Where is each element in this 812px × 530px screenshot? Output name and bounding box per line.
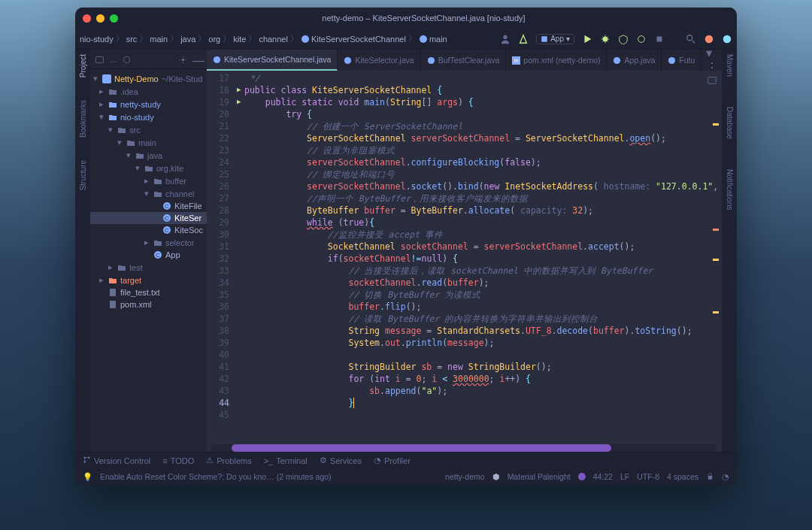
bottom-tab-problems[interactable]: ⚠Problems: [206, 456, 251, 465]
select-opened-file-icon[interactable]: [122, 54, 132, 64]
run-button[interactable]: [582, 34, 592, 44]
status-encoding[interactable]: UTF-8: [637, 472, 659, 481]
navigation-toolbar: nio-study〉src〉main〉java〉org〉kite〉channel…: [75, 29, 737, 50]
svg-point-11: [123, 56, 129, 62]
bookmarks-tool-button[interactable]: Bookmarks: [79, 100, 87, 138]
scrollbar-thumb[interactable]: [232, 444, 611, 452]
status-project[interactable]: netty-demo: [445, 472, 485, 481]
svg-point-29: [614, 56, 620, 63]
bottom-tab-profiler[interactable]: ◔Profiler: [374, 456, 411, 465]
svg-point-8: [705, 35, 714, 43]
project-tool-button[interactable]: Project: [79, 54, 87, 77]
tree-item[interactable]: file_test.txt: [90, 286, 207, 298]
coverage-button[interactable]: [618, 34, 629, 44]
run-config-dropdown[interactable]: App ▾: [536, 34, 574, 44]
accent-dot[interactable]: [578, 473, 586, 480]
database-tool-button[interactable]: Database: [726, 107, 734, 139]
bottom-tab-todo[interactable]: ≡TODO: [162, 456, 194, 465]
tree-item[interactable]: CApp: [90, 249, 207, 261]
ide-settings-icon[interactable]: [722, 34, 732, 44]
tree-item[interactable]: ▾nio-study: [90, 111, 207, 123]
search-icon[interactable]: [686, 34, 696, 44]
status-cursor[interactable]: 44:22: [593, 472, 613, 481]
tree-item[interactable]: pom.xml: [90, 298, 207, 310]
svg-point-33: [83, 461, 86, 463]
editor-tab[interactable]: Futu: [662, 50, 701, 71]
tree-item[interactable]: CKiteSoc: [90, 224, 207, 236]
dots-icon[interactable]: …: [109, 55, 117, 64]
status-theme[interactable]: Material Palenight: [508, 472, 571, 481]
tree-item[interactable]: ▾src: [90, 123, 207, 136]
tree-item[interactable]: ▸netty-study: [90, 98, 207, 111]
reader-mode-icon[interactable]: [707, 75, 717, 86]
minimize-window-button[interactable]: [96, 14, 105, 23]
svg-point-4: [603, 36, 608, 41]
profile-button[interactable]: [636, 34, 647, 44]
editor-tab[interactable]: KiteSelector.java: [338, 50, 420, 71]
code-content[interactable]: */public class KiteServerSocketChannel {…: [235, 71, 722, 444]
close-window-button[interactable]: [83, 14, 91, 23]
horizontal-scrollbar[interactable]: [211, 444, 717, 452]
breadcrumb-item[interactable]: nio-study: [80, 35, 114, 44]
status-tip[interactable]: Enable Auto Reset Color Scheme?: Do you …: [100, 472, 332, 481]
breadcrumb-item[interactable]: org: [208, 35, 220, 44]
tree-item[interactable]: CKiteFile: [90, 200, 207, 212]
memory-indicator-icon[interactable]: ◔: [722, 472, 729, 481]
bottom-tab-version-control[interactable]: Version Control: [83, 456, 150, 465]
lock-icon[interactable]: [706, 472, 714, 482]
user-icon[interactable]: [500, 34, 511, 44]
titlebar: netty-demo – KiteServerSocketChannel.jav…: [75, 8, 737, 29]
tree-root[interactable]: ▾Netty-Demo ~/Kite-Stud: [90, 72, 207, 85]
svg-point-30: [668, 56, 675, 63]
tree-item[interactable]: ▸target: [90, 274, 207, 286]
tabs-overflow[interactable]: ▾ ⋮: [701, 50, 722, 71]
collapse-panel-icon[interactable]: —: [192, 54, 202, 64]
debug-button[interactable]: [600, 34, 611, 44]
tip-icon[interactable]: 💡: [83, 472, 92, 482]
build-icon[interactable]: [518, 34, 529, 44]
bottom-tab-services[interactable]: ⚙Services: [320, 456, 362, 465]
line-gutter[interactable]: 1718192021222324252627282930313233343536…: [207, 71, 235, 444]
breadcrumb-item[interactable]: channel: [259, 35, 288, 44]
run-line-marker[interactable]: ▶: [237, 86, 241, 93]
project-view-icon[interactable]: [95, 54, 105, 64]
tree-item[interactable]: ▸selector: [90, 236, 207, 249]
svg-point-1: [420, 35, 427, 43]
tree-item[interactable]: CKiteSer: [90, 212, 207, 224]
editor-tab[interactable]: BufTestClear.java: [421, 50, 507, 71]
breadcrumb-item[interactable]: KiteServerSocketChannel: [311, 35, 406, 44]
structure-tool-button[interactable]: Structure: [79, 160, 87, 191]
tree-item[interactable]: ▸test: [90, 261, 207, 274]
maximize-window-button[interactable]: [110, 14, 118, 23]
breadcrumb[interactable]: nio-study〉src〉main〉java〉org〉kite〉channel…: [80, 33, 497, 44]
editor-tab[interactable]: mpom.xml (netty-demo): [506, 50, 607, 71]
maven-tool-button[interactable]: Maven: [726, 54, 734, 77]
editor-tabs: KiteServerSocketChannel.javaKiteSelector…: [207, 50, 722, 71]
gear-icon[interactable]: [178, 54, 188, 64]
tree-item[interactable]: ▾main: [90, 136, 207, 149]
breadcrumb-item[interactable]: kite: [233, 35, 246, 44]
editor-tab[interactable]: App.java: [607, 50, 662, 71]
run-line-marker[interactable]: ▶: [237, 98, 241, 105]
code-editor[interactable]: 1718192021222324252627282930313233343536…: [207, 71, 722, 444]
tree-item[interactable]: ▾java: [90, 149, 207, 162]
error-stripe[interactable]: [713, 93, 719, 334]
svg-point-7: [687, 35, 692, 40]
tree-item[interactable]: ▸.idea: [90, 85, 207, 98]
tree-item[interactable]: ▾org.kite: [90, 162, 207, 174]
breadcrumb-item[interactable]: src: [126, 35, 138, 44]
status-line-sep[interactable]: LF: [620, 472, 629, 481]
sync-icon[interactable]: [704, 34, 714, 44]
breadcrumb-item[interactable]: main: [429, 35, 447, 44]
status-indent[interactable]: 4 spaces: [667, 472, 698, 481]
tree-item[interactable]: ▸buffer: [90, 174, 207, 187]
stop-button[interactable]: [654, 34, 665, 44]
breadcrumb-item[interactable]: main: [150, 35, 168, 44]
editor-tab[interactable]: KiteServerSocketChannel.java: [207, 50, 338, 71]
project-tree[interactable]: ▾Netty-Demo ~/Kite-Stud▸.idea▸netty-stud…: [90, 69, 207, 452]
tree-item[interactable]: ▾channel: [90, 187, 207, 200]
breadcrumb-item[interactable]: java: [180, 35, 195, 44]
svg-text:C: C: [165, 227, 169, 234]
bottom-tab-terminal[interactable]: >_Terminal: [264, 456, 308, 465]
notifications-tool-button[interactable]: Notifications: [726, 169, 734, 210]
